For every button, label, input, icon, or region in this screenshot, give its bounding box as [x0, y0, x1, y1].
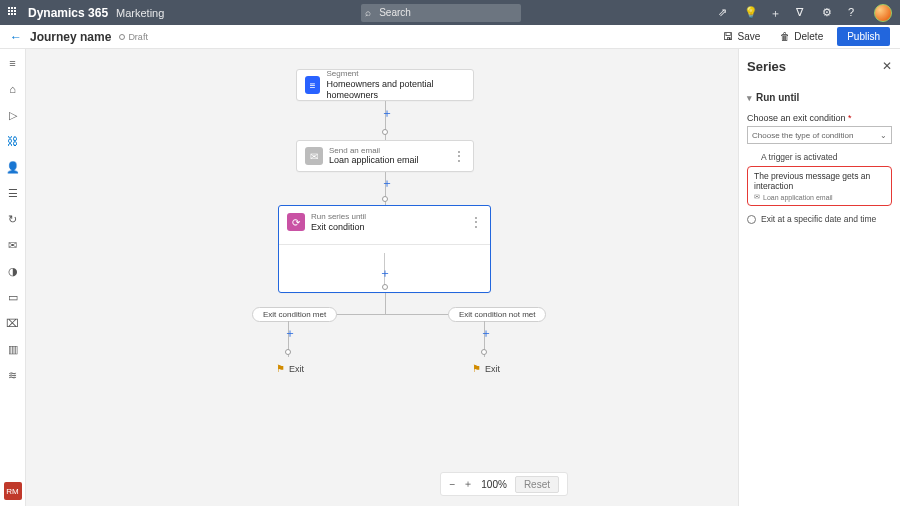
user-avatar[interactable]	[874, 4, 892, 22]
properties-panel: Series ✕ ▾Run until Choose an exit condi…	[738, 49, 900, 506]
node-email-value: Loan application email	[329, 155, 419, 166]
publish-button[interactable]: Publish	[837, 27, 890, 46]
top-right-icons: ⇗ 💡 ＋ ∇ ⚙ ?	[718, 4, 892, 22]
add-node-button[interactable]: ＋	[480, 325, 492, 342]
branch-label-met[interactable]: Exit condition met	[252, 307, 337, 322]
nav-cycle-icon[interactable]: ↻	[5, 211, 21, 227]
plus-icon[interactable]: ＋	[770, 6, 784, 20]
filter-icon[interactable]: ∇	[796, 6, 810, 20]
publish-label: Publish	[847, 31, 880, 42]
exit-label: Exit	[289, 364, 304, 374]
option-datetime-label: Exit at a specific date and time	[761, 214, 876, 224]
nav-play-icon[interactable]: ▷	[5, 107, 21, 123]
option-exit-datetime[interactable]: Exit at a specific date and time	[747, 214, 892, 224]
node-series[interactable]: ⟳ Run series until Exit condition ⋮ ＋	[278, 205, 491, 293]
email-icon: ✉	[305, 147, 323, 165]
save-button[interactable]: 🖫Save	[717, 29, 766, 44]
nav-mail-icon[interactable]: ✉	[5, 237, 21, 253]
main-layout: ≡ ⌂ ▷ ⛓ 👤 ☰ ↻ ✉ ◑ ▭ ⌧ ▥ ≋ RM ≡ Segment H…	[0, 49, 900, 506]
trash-icon: 🗑	[780, 31, 790, 42]
panel-close-button[interactable]: ✕	[882, 59, 892, 73]
node-series-menu[interactable]: ⋮	[470, 215, 482, 229]
app-name: Marketing	[116, 7, 164, 19]
branch-label-notmet[interactable]: Exit condition not met	[448, 307, 546, 322]
zoom-toolbar: − ＋ 100% Reset	[440, 472, 568, 496]
radio-icon	[747, 215, 756, 224]
nav-hamburger-icon[interactable]: ≡	[5, 55, 21, 71]
exit-left: ⚑Exit	[276, 363, 304, 374]
exit-condition-select[interactable]: Choose the type of condition ⌄	[747, 126, 892, 144]
command-bar: ← Journey name Draft 🖫Save 🗑Delete Publi…	[0, 25, 900, 49]
delete-label: Delete	[794, 31, 823, 42]
exit-condition-label: Choose an exit condition *	[747, 113, 892, 123]
node-series-value: Exit condition	[311, 222, 366, 233]
share-icon[interactable]: ⇗	[718, 6, 732, 20]
save-icon: 🖫	[723, 31, 733, 42]
select-placeholder: Choose the type of condition	[752, 131, 853, 140]
section-run-until[interactable]: ▾Run until	[747, 92, 892, 103]
option-previous-message[interactable]: The previous message gets an interaction…	[747, 166, 892, 206]
node-segment-value: Homeowners and potential homeowners	[326, 79, 465, 101]
connector-dot	[481, 349, 487, 355]
node-email-menu[interactable]: ⋮	[453, 149, 465, 163]
connector-dot	[285, 349, 291, 355]
option-prevmsg-title: The previous message gets an interaction	[754, 171, 885, 191]
status-text: Draft	[128, 32, 148, 42]
section-label: Run until	[756, 92, 799, 103]
left-nav: ≡ ⌂ ▷ ⛓ 👤 ☰ ↻ ✉ ◑ ▭ ⌧ ▥ ≋ RM	[0, 49, 26, 506]
email-icon: ✉	[754, 193, 760, 201]
nav-doc-icon[interactable]: ▭	[5, 289, 21, 305]
back-button[interactable]: ←	[10, 30, 22, 44]
nav-people-icon[interactable]: 👤	[5, 159, 21, 175]
zoom-percent: 100%	[481, 479, 507, 490]
nav-home-icon[interactable]: ⌂	[5, 81, 21, 97]
delete-button[interactable]: 🗑Delete	[774, 29, 829, 44]
nav-layers-icon[interactable]: ☰	[5, 185, 21, 201]
option-trigger-activated[interactable]: A trigger is activated	[761, 152, 892, 162]
node-series-label: Run series until	[311, 212, 366, 222]
zoom-out-button[interactable]: −	[449, 479, 455, 490]
nav-form-icon[interactable]: ⌧	[5, 315, 21, 331]
help-icon[interactable]: ?	[848, 6, 862, 20]
save-label: Save	[737, 31, 760, 42]
app-launcher-icon[interactable]	[8, 7, 20, 19]
search-icon: ⌕	[365, 7, 371, 18]
chevron-down-icon: ▾	[747, 93, 752, 103]
brand-name: Dynamics 365	[28, 6, 108, 20]
global-search-input[interactable]	[361, 4, 521, 22]
series-inner-dot	[382, 284, 388, 290]
nav-flow-icon[interactable]: ≋	[5, 367, 21, 383]
exit-right: ⚑Exit	[472, 363, 500, 374]
add-node-button[interactable]: ＋	[381, 175, 393, 192]
node-email[interactable]: ✉ Send an email Loan application email ⋮	[296, 140, 474, 172]
node-segment[interactable]: ≡ Segment Homeowners and potential homeo…	[296, 69, 474, 101]
series-icon: ⟳	[287, 213, 305, 231]
journey-canvas[interactable]: ≡ Segment Homeowners and potential homeo…	[26, 49, 738, 506]
zoom-reset-button[interactable]: Reset	[515, 476, 559, 493]
search-wrap: ⌕	[351, 4, 531, 22]
gear-icon[interactable]: ⚙	[822, 6, 836, 20]
zoom-in-button[interactable]: ＋	[463, 477, 473, 491]
exit-label: Exit	[485, 364, 500, 374]
nav-shape-icon[interactable]: ◑	[5, 263, 21, 279]
status-badge: Draft	[119, 32, 148, 42]
add-node-button[interactable]: ＋	[284, 325, 296, 342]
nav-chart-icon[interactable]: ▥	[5, 341, 21, 357]
persona-cube[interactable]: RM	[4, 482, 22, 500]
node-segment-label: Segment	[326, 69, 465, 79]
journey-title: Journey name	[30, 30, 111, 44]
connector-dot	[382, 196, 388, 202]
option-prevmsg-sub: Loan application email	[763, 194, 833, 201]
chevron-down-icon: ⌄	[880, 131, 887, 140]
global-top-bar: Dynamics 365 Marketing ⌕ ⇗ 💡 ＋ ∇ ⚙ ?	[0, 0, 900, 25]
lightbulb-icon[interactable]: 💡	[744, 6, 758, 20]
add-node-button[interactable]: ＋	[381, 105, 393, 122]
nav-journey-icon[interactable]: ⛓	[5, 133, 21, 149]
segment-icon: ≡	[305, 76, 320, 94]
series-add-button[interactable]: ＋	[379, 265, 391, 282]
panel-title: Series	[747, 59, 892, 74]
node-email-label: Send an email	[329, 146, 419, 156]
connector-dot	[382, 129, 388, 135]
